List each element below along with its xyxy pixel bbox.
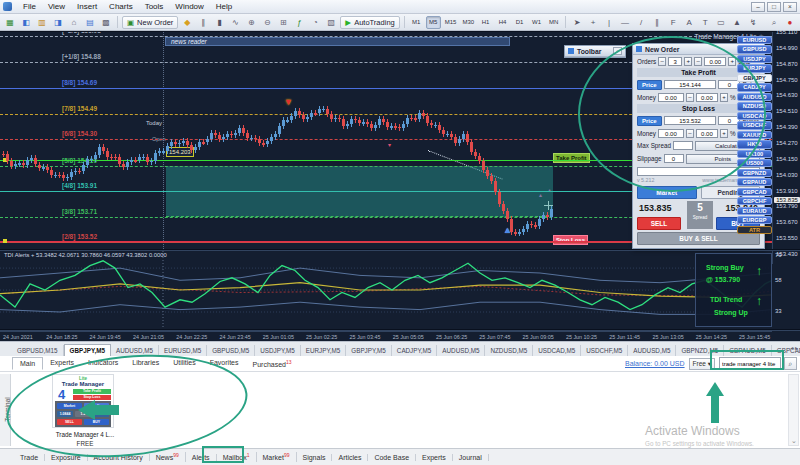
chart-tab-gbpusd-m15[interactable]: GBPUSD,M15 <box>12 345 64 356</box>
metaeditor-icon[interactable]: ◆ <box>180 16 194 29</box>
chart-tab-usdchf-m5[interactable]: USDCHF,M5 <box>581 345 628 356</box>
zoom-in-icon[interactable]: ⊕ <box>244 16 258 29</box>
scroll-down-icon[interactable]: ⌄ <box>791 437 797 445</box>
symbol-button-gbpusd[interactable]: GBPUSD <box>737 45 772 53</box>
new-chart-icon[interactable]: ▦ <box>3 16 17 29</box>
terminal-tab-signals[interactable]: Signals <box>297 454 333 461</box>
cycles-icon[interactable]: ↯ <box>746 16 760 29</box>
close-button[interactable]: × <box>783 2 797 12</box>
templates-icon[interactable]: ▧ <box>324 16 338 29</box>
chart-tab-scroll[interactable]: ◂ ▸ <box>790 344 798 351</box>
vline-icon[interactable]: | <box>602 16 616 29</box>
terminal-icon[interactable]: ▤ <box>83 16 97 29</box>
price-tick: 153.910 <box>776 188 798 194</box>
chart-tab-gbpjpy-m5[interactable]: GBPJPY,M5 <box>64 344 111 356</box>
restore-button[interactable]: □ <box>767 2 781 12</box>
fibonacci-icon[interactable]: F <box>666 16 680 29</box>
candle <box>438 125 441 130</box>
chart-line-icon[interactable]: ∿ <box>228 16 242 29</box>
chart-tab-eurjpy-m5[interactable]: EURJPY,M5 <box>301 345 347 356</box>
symbol-button-gbpnzd[interactable]: GBPNZD <box>737 169 772 177</box>
symbol-button-gbpcad[interactable]: GBPCAD <box>737 188 772 196</box>
channel-icon[interactable]: ∥ <box>650 16 664 29</box>
chart-tab-gbpjpy-m5[interactable]: GBPJPY,M5 <box>346 345 392 356</box>
sell-button[interactable]: SELL <box>637 217 681 230</box>
community-icon[interactable]: ● <box>783 16 797 29</box>
balance-link[interactable]: Balance: 0.00 USD <box>625 360 685 367</box>
market-search-icon[interactable]: ⌕ <box>784 357 797 370</box>
timeframe-mn[interactable]: MN <box>546 16 561 29</box>
navigator-icon[interactable]: ⌂ <box>67 16 81 29</box>
timeframe-m1[interactable]: M1 <box>409 16 424 29</box>
timeframe-h4[interactable]: H4 <box>495 16 510 29</box>
chart-tab-audusd-m5[interactable]: AUDUSD,M5 <box>437 345 485 356</box>
periods-icon[interactable]: ◔ <box>308 16 322 29</box>
chart-bars-icon[interactable]: ∥ <box>196 16 210 29</box>
chart-tab-gbpusd-m5[interactable]: GBPUSD,M5 <box>207 345 255 356</box>
menu-charts[interactable]: Charts <box>103 2 139 11</box>
atr-button[interactable]: ATR <box>737 226 772 234</box>
terminal-tab-experts[interactable]: Experts <box>416 454 453 461</box>
profiles-icon[interactable]: ◧ <box>19 16 33 29</box>
tile-windows-icon[interactable]: ⊞ <box>276 16 290 29</box>
terminal-tab-code-base[interactable]: Code Base <box>368 454 416 461</box>
autotrading-button[interactable]: ▶ AutoTrading <box>340 16 399 29</box>
candle <box>254 138 257 139</box>
text-icon[interactable]: A <box>682 16 696 29</box>
chart-tab-usdjpy-m5[interactable]: USDJPY,M5 <box>255 345 301 356</box>
candle <box>534 225 537 226</box>
indicators-icon[interactable]: ƒ <box>292 16 306 29</box>
symbol-button-eurusd[interactable]: EURUSD <box>737 36 772 44</box>
symbol-button-gbpchf[interactable]: GBPCHF <box>737 197 772 205</box>
terminal-tab-market[interactable]: Market99 <box>257 452 297 461</box>
menu-tools[interactable]: Tools <box>139 2 170 11</box>
menu-view[interactable]: View <box>42 2 71 11</box>
sl-line-handle[interactable] <box>3 239 7 243</box>
timeframe-m5[interactable]: M5 <box>426 16 441 29</box>
symbol-button-eurgbp[interactable]: EURGBP <box>737 216 772 224</box>
hline-icon[interactable]: — <box>618 16 632 29</box>
trendline-icon[interactable]: / <box>634 16 648 29</box>
chart-tab-nzdusd-m5[interactable]: NZDUSD,M5 <box>485 345 533 356</box>
shapes-icon[interactable]: ▭ <box>714 16 728 29</box>
arrows-icon[interactable]: ▲ <box>730 16 744 29</box>
price-tick: 154.390 <box>776 124 798 130</box>
take-profit-tag[interactable]: Take Profit <box>553 153 590 163</box>
chart-tab-audusd-m5[interactable]: AUDUSD,M5 <box>628 345 676 356</box>
menu-insert[interactable]: Insert <box>71 2 103 11</box>
zoom-out-icon[interactable]: ⊖ <box>260 16 274 29</box>
terminal-tab-news[interactable]: News99 <box>150 452 186 461</box>
market-tab-purchased[interactable]: Purchased13 <box>246 357 299 370</box>
chart-candles-icon[interactable]: ▮ <box>212 16 226 29</box>
chart-tab-usdcad-m5[interactable]: USDCAD,M5 <box>533 345 581 356</box>
cursor-icon[interactable]: ➤ <box>570 16 584 29</box>
symbol-button-gbpaud[interactable]: GBPAUD <box>737 178 772 186</box>
strategy-tester-icon[interactable]: ▩ <box>99 16 113 29</box>
menu-help[interactable]: Help <box>210 2 238 11</box>
crosshair-icon[interactable]: + <box>586 16 600 29</box>
data-window-icon[interactable]: ◨ <box>51 16 65 29</box>
market-watch-icon[interactable]: ▥ <box>35 16 49 29</box>
terminal-tab-journal[interactable]: Journal <box>453 454 489 461</box>
terminal-tab-trade[interactable]: Trade <box>14 454 45 461</box>
symbol-button-euraud[interactable]: EURAUD <box>737 207 772 215</box>
label-icon[interactable]: T <box>698 16 712 29</box>
menu-window[interactable]: Window <box>169 2 209 11</box>
menu-file[interactable]: File <box>17 2 42 11</box>
timeframe-m30[interactable]: M30 <box>460 16 476 29</box>
market-tab-main[interactable]: Main <box>12 357 43 370</box>
price-tick: 154.270 <box>776 140 798 146</box>
new-order-button[interactable]: ▣ New Order <box>122 16 178 29</box>
market-scrollbar[interactable]: ⌄ <box>788 374 799 446</box>
candle <box>302 115 305 119</box>
terminal-tab-articles[interactable]: Articles <box>332 454 368 461</box>
timeframe-d1[interactable]: D1 <box>512 16 527 29</box>
search-icon[interactable]: ⌕ <box>767 16 781 29</box>
minimize-button[interactable]: – <box>751 2 765 12</box>
timeframe-h1[interactable]: H1 <box>478 16 493 29</box>
chart-tab-cadjpy-m5[interactable]: CADJPY,M5 <box>392 345 438 356</box>
timeframe-w1[interactable]: W1 <box>529 16 544 29</box>
timeframe-m15[interactable]: M15 <box>443 16 459 29</box>
candle <box>250 138 253 139</box>
candle <box>538 219 541 226</box>
